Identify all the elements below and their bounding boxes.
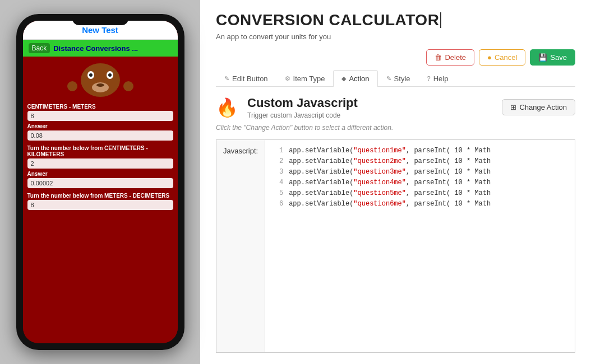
tab-item-type[interactable]: ⚙ Item Type: [276, 70, 334, 87]
app-title-row: CONVERSION CALCULATOR: [216, 11, 575, 29]
tab-style-label: Style: [394, 74, 410, 83]
action-title: Custom Javascript: [247, 96, 493, 110]
section1-input[interactable]: 8: [27, 111, 173, 121]
section1-label: CENTIMETERS - METERS: [27, 104, 173, 110]
phone-screen: New Test Back Distance Conversions ...: [23, 21, 178, 343]
cancel-icon: ●: [487, 53, 492, 62]
item-type-icon: ⚙: [285, 75, 290, 82]
code-line: 3app.setVariable("question3me", parseInt…: [273, 167, 567, 178]
monkey-illustration: [23, 57, 178, 101]
cancel-button[interactable]: ● Cancel: [479, 49, 525, 66]
section2-label: Turn the number below from CENTIMETERS -…: [27, 145, 173, 157]
app-title: CONVERSION CALCULATOR: [216, 11, 439, 29]
phone-header: Back Distance Conversions ...: [23, 40, 178, 57]
tab-style[interactable]: ✎ Style: [378, 70, 419, 87]
tabs-row: ✎ Edit Button ⚙ Item Type ◆ Action ✎ Sty…: [216, 70, 575, 87]
help-icon: ?: [427, 75, 431, 82]
phone-frame: New Test Back Distance Conversions ...: [16, 14, 184, 350]
tab-help[interactable]: ? Help: [419, 70, 457, 87]
title-cursor: [440, 12, 441, 28]
section1-answer[interactable]: 0.08: [27, 130, 173, 141]
style-icon: ✎: [386, 75, 391, 82]
action-icon: ◆: [341, 75, 346, 82]
section2-answer[interactable]: 0.00002: [27, 178, 173, 188]
edit-button-icon: ✎: [224, 75, 229, 82]
back-button[interactable]: Back: [29, 43, 50, 53]
phone-section-3: Turn the number below from METERS - DECI…: [23, 190, 178, 212]
section2-input[interactable]: 2: [27, 158, 173, 169]
section1-answer-label: Answer: [27, 123, 173, 129]
phone-section-1: CENTIMETERS - METERS 8 Answer 0.08: [23, 101, 178, 143]
delete-button[interactable]: 🗑 Delete: [426, 49, 474, 66]
section2-answer-label: Answer: [27, 171, 173, 177]
tab-edit-button-label: Edit Button: [232, 74, 268, 83]
tab-action[interactable]: ◆ Action: [333, 70, 377, 87]
trash-icon: 🗑: [435, 53, 442, 62]
code-line: 6app.setVariable("question6me", parseInt…: [273, 199, 567, 209]
tab-edit-button[interactable]: ✎ Edit Button: [216, 70, 276, 87]
toolbar: 🗑 Delete ● Cancel 💾 Save: [216, 49, 575, 66]
save-label: Save: [550, 53, 567, 62]
action-header: 🔥 Custom Javascript Trigger custom Javas…: [216, 96, 575, 119]
phone-section-2: Turn the number below from CENTIMETERS -…: [23, 143, 178, 190]
code-line: 2app.setVariable("question2me", parseInt…: [273, 156, 567, 167]
hint-text: Click the "Change Action" button to sele…: [216, 124, 575, 132]
left-panel: New Test Back Distance Conversions ...: [0, 0, 200, 364]
phone-header-title: Distance Conversions ...: [53, 44, 138, 53]
section3-label: Turn the number below from METERS - DECI…: [27, 193, 173, 199]
phone-notch: [72, 14, 128, 25]
cancel-label: Cancel: [495, 53, 517, 62]
action-subtitle: Trigger custom Javascript code: [247, 111, 493, 119]
right-panel: CONVERSION CALCULATOR An app to convert …: [200, 0, 591, 364]
tab-action-label: Action: [349, 74, 369, 83]
phone-content: CENTIMETERS - METERS 8 Answer 0.08 Turn …: [23, 57, 178, 343]
code-line: 4app.setVariable("question4me", parseInt…: [273, 178, 567, 188]
delete-label: Delete: [445, 53, 466, 62]
code-line: 5app.setVariable("question5me", parseInt…: [273, 188, 567, 199]
custom-js-icon: 🔥: [216, 97, 238, 118]
code-section: Javascript: 1app.setVariable("question1m…: [216, 139, 575, 353]
tab-item-type-label: Item Type: [293, 74, 325, 83]
action-title-block: Custom Javascript Trigger custom Javascr…: [247, 96, 493, 119]
change-action-button[interactable]: ⊞ Change Action: [502, 99, 575, 115]
code-line: 1app.setVariable("question1me", parseInt…: [273, 146, 567, 156]
code-label: Javascript:: [216, 140, 265, 353]
app-subtitle: An app to convert your units for you: [216, 31, 575, 43]
tab-help-label: Help: [433, 74, 449, 83]
save-icon: 💾: [538, 53, 547, 62]
phone-background: CENTIMETERS - METERS 8 Answer 0.08 Turn …: [23, 57, 178, 343]
code-editor[interactable]: 1app.setVariable("question1me", parseInt…: [265, 140, 575, 353]
grid-icon: ⊞: [510, 103, 516, 111]
save-button[interactable]: 💾 Save: [530, 49, 575, 66]
section3-input[interactable]: 8: [27, 200, 173, 210]
change-action-label: Change Action: [519, 103, 567, 111]
